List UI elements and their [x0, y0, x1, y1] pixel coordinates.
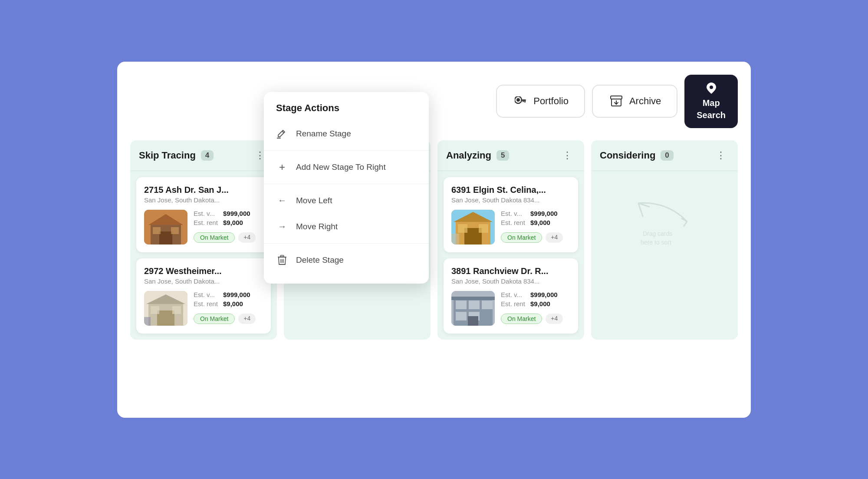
- est-rent-label: Est. rent: [194, 300, 220, 307]
- on-market-tag: On Market: [501, 314, 542, 324]
- card-body: Est. v... $999,000 Est. rent $9,000 On M…: [144, 291, 263, 326]
- kanban-board: Skip Tracing 4 ⋮ 2715 Ash Dr. San J... S…: [130, 140, 738, 340]
- svg-rect-14: [171, 227, 179, 234]
- card-title: 6391 Elgin St. Celina,...: [451, 185, 570, 195]
- card-tags: On Market +4: [501, 232, 570, 243]
- svg-rect-3: [524, 101, 526, 102]
- est-rent-label: Est. rent: [194, 219, 220, 226]
- map-pin-icon: [707, 83, 716, 96]
- svg-rect-13: [153, 227, 161, 234]
- move-left-item[interactable]: ← Move Left: [264, 188, 429, 214]
- arrow-decoration: Drag cards here to sort: [597, 177, 732, 273]
- dropdown-divider: [264, 184, 429, 184]
- property-card: 3891 Ranchview Dr. R... San Jose, South …: [444, 258, 578, 334]
- svg-point-1: [516, 98, 520, 102]
- map-search-line2: Search: [697, 110, 726, 120]
- est-rent-label: Est. rent: [501, 300, 527, 307]
- svg-point-8: [710, 86, 713, 89]
- svg-rect-32: [456, 301, 467, 309]
- move-right-item[interactable]: → Move Right: [264, 214, 429, 240]
- card-title: 2972 Westheimer...: [144, 266, 263, 276]
- portfolio-label: Portfolio: [533, 96, 569, 107]
- rename-icon: [276, 128, 288, 140]
- skip-tracing-title: Skip Tracing: [139, 150, 196, 161]
- property-card: 6391 Elgin St. Celina,... San Jose, Sout…: [444, 177, 578, 252]
- plus-tag: +4: [238, 314, 256, 324]
- est-rent-amount: $9,000: [530, 300, 550, 307]
- svg-rect-26: [458, 224, 467, 233]
- svg-rect-33: [469, 301, 480, 309]
- property-card: 2715 Ash Dr. San J... San Jose, South Da…: [136, 177, 271, 252]
- top-nav: Portfolio Archive Map Search: [130, 75, 738, 128]
- column-header-analyzing: Analyzing 5 ⋮: [437, 140, 584, 171]
- stage-actions-title: Stage Actions: [264, 102, 429, 121]
- map-search-line1: Map: [703, 98, 720, 108]
- svg-rect-42: [280, 255, 284, 257]
- property-card: 2972 Westheimer... San Jose, South Dakot…: [136, 258, 271, 334]
- column-title-group: Considering 0: [600, 150, 674, 161]
- stage-actions-dropdown: Stage Actions Rename Stage + Add New Sta…: [264, 92, 429, 284]
- card-info: Est. v... $999,000 Est. rent $9,000 On M…: [194, 291, 263, 324]
- svg-rect-28: [451, 234, 459, 244]
- svg-rect-4: [523, 101, 524, 102]
- column-analyzing: Analyzing 5 ⋮ 6391 Elgin St. Celina,... …: [437, 140, 584, 340]
- column-considering: Considering 0 ⋮ Drag cards here to sort: [591, 140, 738, 340]
- delete-stage-item[interactable]: Delete Stage: [264, 247, 429, 273]
- property-image: [451, 210, 495, 244]
- analyzing-cards: 6391 Elgin St. Celina,... San Jose, Sout…: [437, 171, 584, 340]
- svg-rect-31: [451, 297, 495, 300]
- card-info: Est. v... $999,000 Est. rent $9,000 On M…: [194, 210, 263, 243]
- column-title-group: Analyzing 5: [446, 150, 509, 161]
- property-image: [451, 291, 495, 326]
- column-title-group: Skip Tracing 4: [139, 150, 214, 161]
- map-search-button[interactable]: Map Search: [684, 75, 738, 128]
- card-stat-rent: Est. rent $9,000: [194, 219, 263, 226]
- card-info: Est. v... $999,000 Est. rent $9,000 On M…: [501, 210, 570, 243]
- add-icon: +: [276, 161, 288, 173]
- svg-rect-19: [151, 306, 159, 314]
- arrow-right-icon: →: [276, 221, 288, 233]
- card-stat-value: Est. v... $999,000: [194, 210, 263, 217]
- skip-tracing-cards: 2715 Ash Dr. San J... San Jose, South Da…: [130, 171, 277, 340]
- card-body: Est. v... $999,000 Est. rent $9,000 On M…: [451, 291, 570, 326]
- property-image: [144, 210, 187, 244]
- svg-rect-20: [172, 306, 181, 314]
- est-value-label: Est. v...: [194, 210, 220, 217]
- card-stat-rent: Est. rent $9,000: [194, 300, 263, 307]
- add-stage-item[interactable]: + Add New Stage To Right: [264, 154, 429, 180]
- archive-button[interactable]: Archive: [592, 85, 677, 118]
- est-value-label: Est. v...: [501, 210, 527, 217]
- card-stat-value: Est. v... $999,000: [501, 210, 570, 217]
- card-body: Est. v... $999,000 Est. rent $9,000 On M…: [144, 210, 263, 244]
- portfolio-button[interactable]: Portfolio: [496, 85, 585, 118]
- card-stat-rent: Est. rent $9,000: [501, 300, 570, 307]
- card-subtitle: San Jose, South Dakota 834...: [451, 277, 570, 285]
- card-title: 3891 Ranchview Dr. R...: [451, 266, 570, 276]
- card-stat-value: Est. v... $999,000: [194, 291, 263, 298]
- dropdown-divider: [264, 243, 429, 244]
- plus-tag: +4: [546, 314, 563, 324]
- card-tags: On Market +4: [194, 314, 263, 324]
- est-rent-amount: $9,000: [223, 219, 243, 226]
- est-rent-amount: $9,000: [530, 219, 550, 226]
- svg-rect-18: [157, 311, 174, 326]
- app-container: Portfolio Archive Map Search: [117, 62, 751, 418]
- analyzing-title: Analyzing: [446, 150, 491, 161]
- delete-stage-label: Delete Stage: [296, 255, 344, 265]
- considering-menu-button[interactable]: ⋮: [713, 148, 729, 163]
- analyzing-menu-button[interactable]: ⋮: [559, 148, 575, 163]
- svg-rect-34: [482, 301, 493, 309]
- rename-stage-item[interactable]: Rename Stage: [264, 121, 429, 147]
- est-value-amount: $999,000: [223, 210, 250, 217]
- archive-label: Archive: [629, 96, 661, 107]
- move-right-label: Move Right: [296, 222, 338, 231]
- plus-tag: +4: [546, 232, 563, 243]
- card-stat-value: Est. v... $999,000: [501, 291, 570, 298]
- rename-stage-label: Rename Stage: [296, 129, 351, 139]
- svg-rect-5: [611, 96, 622, 99]
- svg-rect-27: [479, 224, 488, 233]
- considering-title: Considering: [600, 150, 655, 161]
- considering-cards: Drag cards here to sort: [591, 171, 738, 279]
- est-rent-amount: $9,000: [223, 300, 243, 307]
- est-rent-label: Est. rent: [501, 219, 527, 226]
